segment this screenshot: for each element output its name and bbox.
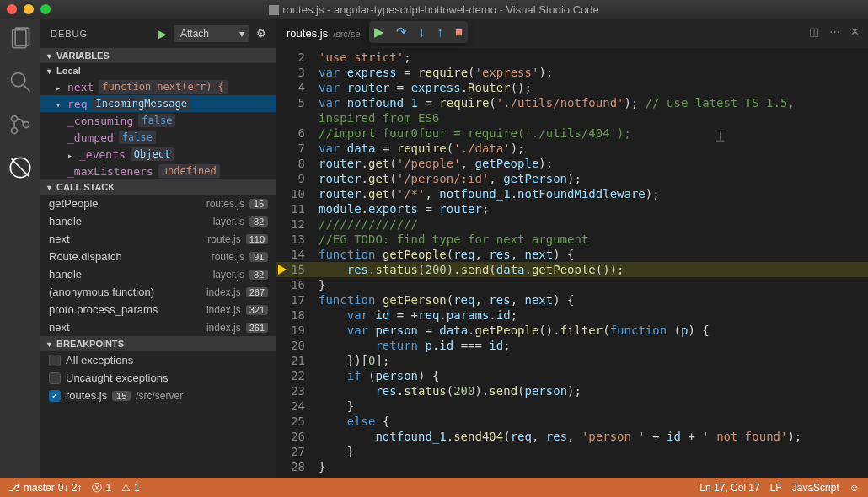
code-line[interactable]: 4var router = express.Router(); [276, 80, 868, 95]
code-line[interactable]: 5var notfound_1 = require('./utils/notfo… [276, 95, 868, 110]
code-line[interactable]: 27 } [276, 444, 868, 459]
status-bar: ⎇ master 0↓ 2↑ ⓧ 1 ⚠ 1 Ln 17, Col 17 LF … [0, 478, 868, 497]
code-line[interactable]: 2'use strict'; [276, 50, 868, 65]
start-debug-button[interactable]: ▶ [158, 27, 167, 40]
code-line[interactable]: 23 res.status(200).send(person); [276, 383, 868, 398]
editor-tabs: routes.js /src/se [276, 19, 868, 48]
callstack-frame[interactable]: nextroute.js110 [40, 230, 276, 248]
debug-panel-title: DEBUG [51, 29, 151, 39]
code-line[interactable]: 26 notfound_1.send404(req, res, 'person … [276, 429, 868, 444]
variable-row[interactable]: _consuming false [40, 112, 276, 129]
callstack-frame[interactable]: proto.process_paramsindex.js321 [40, 301, 276, 318]
debug-sidebar: DEBUG ▶ Attach ▾ ⚙ VARIABLES Local next … [40, 19, 276, 478]
cursor-position-status[interactable]: Ln 17, Col 17 [699, 482, 759, 494]
feedback-icon[interactable]: ☺ [849, 482, 860, 494]
callstack-frame[interactable]: (anonymous function)index.js267 [40, 283, 276, 301]
code-line[interactable]: 8router.get('/people', getPeople); [276, 156, 868, 171]
code-line[interactable]: 19 var person = data.getPeople().filter(… [276, 323, 868, 338]
svg-point-6 [24, 122, 29, 128]
variable-row[interactable]: _maxListeners undefined [40, 163, 276, 179]
code-line[interactable]: 14function getPeople(req, res, next) { [276, 247, 868, 262]
debug-stop-button[interactable]: ■ [455, 24, 463, 40]
debug-icon[interactable] [8, 156, 32, 182]
window-title: routes.js - angular-typescript-hottowel-… [0, 3, 868, 16]
breakpoint-uncaught-exceptions[interactable]: Uncaught exceptions [40, 369, 276, 387]
editor-area: routes.js /src/se ▶ ↷ ↓ ↑ ■ ◫ ⋯ ✕ 2'use … [276, 19, 868, 478]
callstack-frame[interactable]: handlelayer.js82 [40, 212, 276, 230]
callstack-section-header[interactable]: CALL STACK [40, 179, 276, 195]
debug-continue-button[interactable]: ▶ [374, 24, 384, 40]
variable-row[interactable]: _events Object [40, 146, 276, 163]
code-line[interactable]: 28} [276, 459, 868, 474]
debug-settings-button[interactable]: ⚙ [256, 27, 266, 40]
code-line[interactable]: 20 return p.id === id; [276, 338, 868, 353]
debug-step-out-button[interactable]: ↑ [437, 24, 444, 40]
code-editor[interactable]: 2'use strict';3var express = require('ex… [276, 48, 868, 478]
svg-point-4 [12, 116, 18, 122]
svg-point-5 [12, 128, 18, 134]
breakpoint-file[interactable]: ✓ routes.js 15 /src/server [40, 387, 276, 404]
callstack-frame[interactable]: getPeopleroutes.js15 [40, 195, 276, 212]
variables-section-header[interactable]: VARIABLES [40, 48, 276, 63]
variable-row[interactable]: next function next(err) { [40, 78, 276, 95]
svg-line-8 [12, 159, 29, 177]
callstack-frame[interactable]: handlelayer.js82 [40, 265, 276, 283]
debug-config-select[interactable]: Attach ▾ [174, 25, 249, 42]
activity-bar [0, 19, 40, 478]
svg-line-3 [24, 85, 30, 92]
code-line[interactable]: 15 res.status(200).send(data.getPeople()… [276, 262, 868, 277]
debug-step-over-button[interactable]: ↷ [396, 24, 407, 40]
breakpoint-all-exceptions[interactable]: All exceptions [40, 351, 276, 369]
close-editor-button[interactable]: ✕ [850, 25, 860, 38]
code-line[interactable]: 11module.exports = router; [276, 201, 868, 216]
warnings-status[interactable]: ⚠ 1 [121, 482, 140, 494]
code-line[interactable]: 18 var id = +req.params.id; [276, 307, 868, 323]
more-actions-button[interactable]: ⋯ [829, 25, 840, 38]
checkbox-icon[interactable] [49, 372, 61, 384]
editor-tab[interactable]: routes.js /src/se [276, 19, 371, 48]
eol-status[interactable]: LF [770, 482, 782, 494]
code-line[interactable]: 24 } [276, 398, 868, 414]
errors-status[interactable]: ⓧ 1 [92, 481, 111, 495]
code-line[interactable]: 9router.get('/person/:id', getPerson); [276, 171, 868, 186]
search-icon[interactable] [8, 70, 32, 96]
checkbox-icon[interactable] [49, 355, 61, 366]
code-line[interactable]: 21 })[0]; [276, 353, 868, 368]
variable-row[interactable]: _dumped false [40, 129, 276, 146]
callstack-frame[interactable]: Route.dispatchroute.js91 [40, 248, 276, 265]
svg-point-2 [12, 73, 25, 87]
language-status[interactable]: JavaScript [792, 482, 839, 494]
variable-row-selected[interactable]: req IncomingMessage [40, 95, 276, 112]
breakpoints-section-header[interactable]: BREAKPOINTS [40, 336, 276, 351]
code-line[interactable]: 25 else { [276, 414, 868, 429]
local-scope-header[interactable]: Local [40, 63, 276, 78]
titlebar: routes.js - angular-typescript-hottowel-… [0, 0, 868, 19]
callstack-frame[interactable]: nextindex.js261 [40, 318, 276, 336]
code-line[interactable]: 3var express = require('express'); [276, 65, 868, 80]
code-line[interactable]: 13//EG TODO: find type for next argument [276, 232, 868, 247]
git-icon[interactable] [8, 113, 32, 139]
code-line[interactable]: 17function getPerson(req, res, next) { [276, 292, 868, 307]
code-line[interactable]: inspired from ES6 [276, 110, 868, 126]
code-line[interactable]: 10router.get('/*', notfound_1.notFoundMi… [276, 186, 868, 201]
debug-toolbar: ▶ ↷ ↓ ↑ ■ [369, 21, 468, 43]
git-branch-status[interactable]: ⎇ master 0↓ 2↑ [8, 482, 82, 494]
debug-step-into-button[interactable]: ↓ [419, 24, 426, 40]
text-cursor-icon: ⌶ [716, 128, 725, 143]
code-line[interactable]: 16} [276, 277, 868, 292]
code-line[interactable]: 6//import four0four = require('./utils/4… [276, 126, 868, 141]
explorer-icon[interactable] [8, 27, 32, 53]
checkbox-checked-icon[interactable]: ✓ [49, 390, 61, 402]
code-line[interactable]: 12////////////// [276, 216, 868, 232]
code-line[interactable]: 7var data = require('./data'); [276, 141, 868, 156]
code-line[interactable]: 22 if (person) { [276, 368, 868, 383]
split-editor-button[interactable]: ◫ [809, 25, 819, 38]
file-icon [269, 5, 279, 15]
